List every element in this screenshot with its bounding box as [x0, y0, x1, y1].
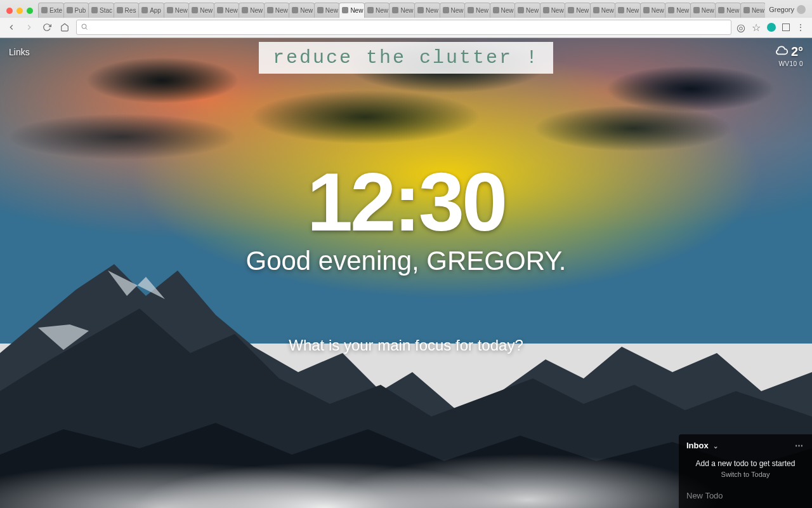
todo-panel: Inbox ⌄ ⋯ Add a new todo to get started … [679, 434, 812, 508]
back-button[interactable] [5, 21, 18, 34]
tab-title: New Ta [200, 7, 214, 14]
tabs-container: ExtePubStacResAppNew TaNew TaNew TaNew T… [38, 3, 765, 18]
tab-title: New Ta [376, 7, 390, 14]
tab[interactable]: New Ta [214, 3, 240, 18]
tab[interactable]: New Ta [514, 3, 540, 18]
tab-title: New Ta [476, 7, 490, 14]
todo-header-label: Inbox [686, 441, 709, 450]
tab-favicon [468, 7, 474, 13]
weather-widget[interactable]: 2° WV10 0 [775, 43, 803, 67]
address-bar[interactable] [76, 20, 731, 35]
tab[interactable]: New Ta [665, 3, 691, 18]
todo-header[interactable]: Inbox ⌄ ⋯ [686, 441, 804, 450]
tab-title: New Ta [250, 7, 265, 14]
tab-favicon [643, 7, 650, 13]
tab-favicon [718, 7, 724, 13]
tab[interactable]: Pub [63, 3, 89, 18]
tab-favicon [317, 7, 324, 13]
tab[interactable]: Exte [38, 3, 64, 18]
weather-cloud-icon [775, 43, 789, 60]
tab[interactable]: New Ta [490, 3, 516, 18]
links-label: Links [9, 47, 30, 57]
links-button[interactable]: Links [9, 47, 30, 57]
zoom-icon[interactable]: ◎ [737, 22, 745, 34]
tab-title: New [350, 7, 363, 14]
tab-title: App [150, 7, 161, 14]
window-controls[interactable] [4, 8, 38, 18]
search-icon [81, 23, 88, 32]
tab-title: New Ta [626, 7, 641, 14]
tab[interactable]: New× [339, 3, 365, 18]
minimize-window-icon[interactable] [16, 8, 23, 14]
tab-title: Stac [100, 7, 112, 14]
tab[interactable]: New Ta [615, 3, 641, 18]
tab[interactable]: New Ta [389, 3, 415, 18]
tab-title: Pub [75, 7, 86, 14]
tab-favicon [91, 7, 98, 13]
tab-title: Res [125, 7, 136, 14]
page-content: Links reduce the clutter ! 2° WV10 0 12:… [0, 38, 812, 508]
todo-menu-icon[interactable]: ⋯ [795, 441, 804, 450]
home-button[interactable] [58, 21, 71, 34]
tab-title: New Ta [652, 7, 666, 14]
tab-title: New Ta [501, 7, 516, 14]
banner-text: reduce the clutter ! [273, 47, 539, 69]
profile-badge[interactable]: Gregory [765, 5, 811, 18]
tab-title: New Ta [726, 7, 741, 14]
tab-title: New Ta [551, 7, 566, 14]
tab[interactable]: New Ta [590, 3, 616, 18]
tab[interactable]: New Ta [364, 3, 390, 18]
tab[interactable]: New Ta [464, 3, 490, 18]
chevron-down-icon: ⌄ [713, 443, 718, 450]
extension-icon[interactable] [767, 23, 776, 32]
greeting: Good evening, GREGORY. [246, 246, 566, 276]
tab-favicon [141, 7, 148, 13]
center-block: 12:30 Good evening, GREGORY. What is you… [246, 161, 566, 354]
tab[interactable]: New Ta [289, 3, 315, 18]
close-window-icon[interactable] [6, 8, 13, 14]
tab[interactable]: New Ta [690, 3, 716, 18]
tab[interactable]: New Ta [264, 3, 290, 18]
tab-title: New Ta [752, 7, 765, 14]
new-todo-input[interactable]: New Todo [686, 491, 804, 500]
tab-favicon [543, 7, 549, 13]
tab-title: New Ta [426, 7, 440, 14]
tab-title: New Ta [676, 7, 691, 14]
tab[interactable]: New Ta [540, 3, 566, 18]
kebab-menu-icon[interactable]: ⋮ [796, 22, 806, 32]
maximize-window-icon[interactable] [27, 8, 33, 14]
pane-icon[interactable] [782, 23, 790, 31]
tab[interactable]: New Ta [440, 3, 466, 18]
tab-strip: ExtePubStacResAppNew TaNew TaNew TaNew T… [0, 0, 812, 18]
tab[interactable]: App [138, 3, 164, 18]
tab[interactable]: New Ta [565, 3, 591, 18]
tab-favicon [518, 7, 524, 13]
tab[interactable]: New Ta [314, 3, 340, 18]
tab[interactable]: New Ta [164, 3, 190, 18]
todo-empty-hint: Add a new todo to get started [686, 459, 804, 468]
bookmark-star-icon[interactable]: ☆ [752, 22, 761, 34]
todo-switch-link[interactable]: Switch to Today [686, 471, 804, 478]
focus-prompt[interactable]: What is your main focus for today? [246, 337, 566, 354]
tab-favicon [743, 7, 750, 13]
forward-button[interactable] [23, 21, 36, 34]
tab-favicon [392, 7, 398, 13]
tab[interactable]: Stac [88, 3, 114, 18]
reload-button[interactable] [41, 21, 53, 34]
clock: 12:30 [246, 161, 566, 243]
tab-favicon [593, 7, 599, 13]
toolbar: ◎ ☆ ⋮ [0, 18, 812, 37]
tab[interactable]: New Ta [740, 3, 765, 18]
tab-favicon [167, 7, 173, 13]
tab-title: New Ta [275, 7, 290, 14]
tab[interactable]: New Ta [715, 3, 741, 18]
tab[interactable]: New Ta [188, 3, 214, 18]
tab[interactable]: New Ta [640, 3, 666, 18]
tab-favicon [568, 7, 574, 13]
tab-title: New Ta [325, 7, 340, 14]
tab-favicon [493, 7, 499, 13]
tab[interactable]: New Ta [414, 3, 440, 18]
tab[interactable]: Res [114, 3, 140, 18]
tab[interactable]: New Ta [239, 3, 265, 18]
tab-favicon [668, 7, 674, 13]
